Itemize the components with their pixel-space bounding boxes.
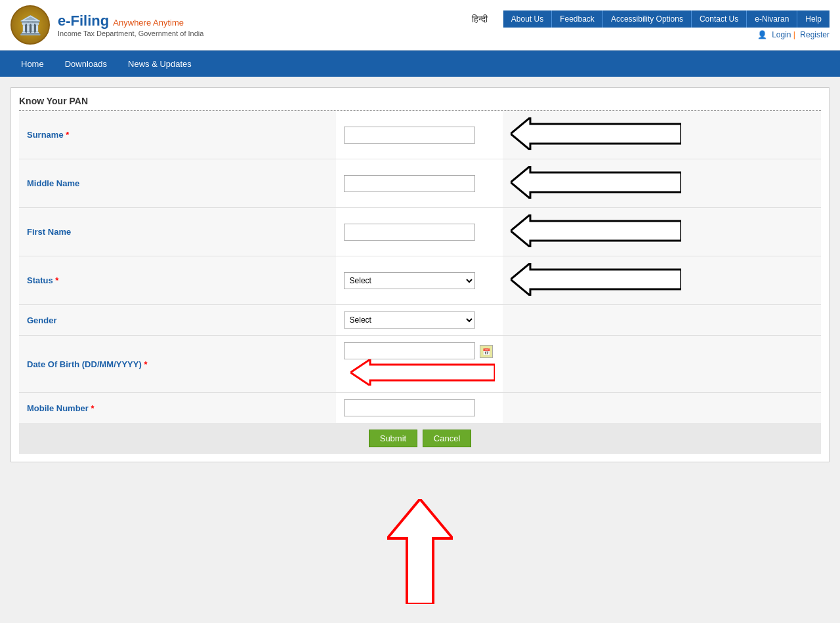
navbar-downloads[interactable]: Downloads [54,52,117,75]
login-separator: | [793,30,795,39]
submit-button[interactable]: Submit [369,430,417,447]
surname-label: Surname * [19,111,336,159]
dob-label: Date Of Birth (DD/MM/YYYY) * [19,336,336,393]
svg-marker-2 [511,214,681,247]
surname-arrow [511,117,681,150]
dob-input[interactable] [344,342,475,359]
mobile-label: Mobile Number * [19,393,336,424]
red-up-arrow [387,499,453,604]
brand-name: e-Filing [58,12,109,29]
surname-arrow-cell [503,111,821,159]
login-area: 👤 Login | Register [757,30,830,39]
surname-field-cell [336,111,503,159]
firstname-label: First Name [19,208,336,256]
status-arrow-cell [503,256,821,305]
navbar-home[interactable]: Home [10,52,54,75]
bottom-section: This image created by-www.incometaxindia… [10,473,830,623]
svg-marker-0 [511,117,681,150]
gender-row: Gender Select Male Female Transgender [19,305,821,336]
person-icon: 👤 [757,30,767,39]
svg-marker-1 [511,166,681,199]
surname-input[interactable] [344,127,475,144]
header-nav: About Us Feedback Accessibility Options … [503,10,830,28]
navbar: Home Downloads News & Updates [0,50,840,77]
nav-e-nivaran[interactable]: e-Nivaran [747,10,797,28]
middlename-row: Middle Name [19,159,821,208]
firstname-arrow [511,214,681,247]
page-wrapper: 🏛️ e-Filing Anywhere Anytime Income Tax … [0,0,840,623]
buttons-row: Submit Cancel [19,423,821,454]
svg-marker-4 [350,359,495,386]
status-field-cell: Select Individual HUF Company Firm [336,256,503,305]
navbar-news-updates[interactable]: News & Updates [117,52,202,75]
gender-label: Gender [19,305,336,336]
middlename-field-cell [336,159,503,208]
dob-field-cell: 📅 [336,336,503,393]
mobile-input[interactable] [344,399,475,416]
watermark-container: This image created by-www.incometaxindia… [10,617,830,623]
gender-field-cell: Select Male Female Transgender [336,305,503,336]
form-container: Surname * [19,111,821,454]
firstname-field-cell [336,208,503,256]
nav-feedback[interactable]: Feedback [552,10,603,28]
svg-marker-3 [511,263,681,296]
dob-arrow-cell [503,336,821,393]
nav-contact-us[interactable]: Contact Us [692,10,747,28]
register-link[interactable]: Register [800,30,830,39]
login-link[interactable]: Login [772,30,791,39]
header-left: 🏛️ e-Filing Anywhere Anytime Income Tax … [10,5,203,45]
firstname-input[interactable] [344,224,475,241]
cancel-button[interactable]: Cancel [423,430,471,447]
status-label: Status * [19,256,336,305]
logo: 🏛️ [10,5,50,45]
mobile-row: Mobile Number * [19,393,821,424]
pan-card: Know Your PAN Surname * [10,87,830,462]
firstname-row: First Name [19,208,821,256]
middlename-label: Middle Name [19,159,336,208]
brand-tagline: Anywhere Anytime [113,18,184,28]
dob-row: Date Of Birth (DD/MM/YYYY) * 📅 [19,336,821,393]
nav-about-us[interactable]: About Us [503,10,552,28]
brand-title: e-Filing Anywhere Anytime [58,12,203,30]
gender-arrow-cell [503,305,821,336]
nav-help[interactable]: Help [797,10,830,28]
red-up-arrow-container [10,499,830,604]
brand: e-Filing Anywhere Anytime Income Tax Dep… [58,12,203,37]
svg-marker-5 [387,499,453,604]
pan-card-title: Know Your PAN [19,96,821,111]
nav-accessibility[interactable]: Accessibility Options [603,10,692,28]
middlename-input[interactable] [344,175,475,192]
mobile-field-cell [336,393,503,424]
gender-select[interactable]: Select Male Female Transgender [344,312,475,329]
mobile-arrow-cell [503,393,821,424]
main-content: Know Your PAN Surname * [0,77,840,623]
lang-label[interactable]: हिन्दी [472,14,488,25]
header: 🏛️ e-Filing Anywhere Anytime Income Tax … [0,0,840,50]
form-table: Surname * [19,111,821,423]
status-row: Status * Select Individual HUF Company F… [19,256,821,305]
status-arrow [511,263,681,296]
status-select[interactable]: Select Individual HUF Company Firm [344,272,475,289]
middlename-arrow-cell [503,159,821,208]
calendar-icon[interactable]: 📅 [480,345,493,358]
brand-subtitle: Income Tax Department, Government of Ind… [58,30,203,37]
surname-row: Surname * [19,111,821,159]
dob-red-arrow [350,359,495,386]
header-right: हिन्दी About Us Feedback Accessibility O… [472,10,830,39]
firstname-arrow-cell [503,208,821,256]
middlename-arrow [511,166,681,199]
